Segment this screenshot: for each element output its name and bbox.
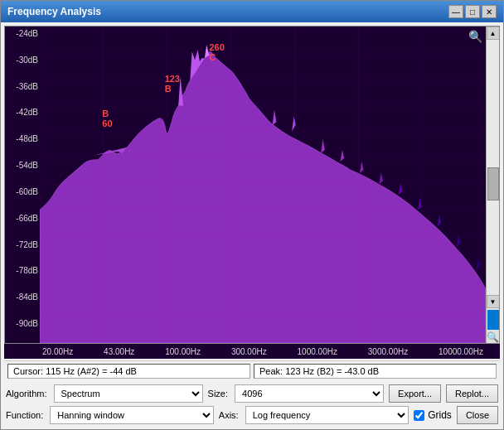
peak-status: Peak: 123 Hz (B2) = -43.0 dB — [254, 364, 497, 379]
zoom-in-icon[interactable]: 🔍 — [468, 30, 482, 43]
grids-control: Grids — [414, 409, 452, 421]
y-axis: -24dB -30dB -36dB -42dB -48dB -54dB -60d… — [5, 27, 40, 343]
scroll-up-button[interactable]: ▲ — [487, 27, 500, 40]
x-label-4: 1000.00Hz — [298, 347, 337, 356]
window-controls: — □ ✕ — [448, 5, 497, 18]
minimize-button[interactable]: — — [448, 5, 463, 18]
x-axis: 20.00Hz 43.00Hz 100.00Hz 300.00Hz 1000.0… — [4, 344, 500, 359]
peak-value: 123 Hz (B2) = -43.0 dB — [285, 366, 379, 376]
y-label-0: -24dB — [7, 30, 38, 38]
y-label-11: -90dB — [7, 320, 38, 328]
y-label-8: -72dB — [7, 241, 38, 249]
y-label-2: -36dB — [7, 83, 38, 91]
algorithm-label: Algorithm: — [6, 389, 49, 399]
y-label-9: -78dB — [7, 267, 38, 275]
chart-canvas[interactable]: 260 C 123 B B 60 🔍 — [40, 27, 486, 343]
function-select[interactable]: Rectangular Bartlett Hamming Hanning win… — [50, 406, 214, 424]
scroll-indicator — [487, 310, 499, 330]
size-select[interactable]: 256 512 1024 2048 4096 8192 — [235, 384, 384, 403]
scroll-down-button[interactable]: ▼ — [487, 295, 500, 308]
peak-label: Peak: — [259, 366, 283, 376]
frequency-analysis-window: Frequency Analysis — □ ✕ -24dB -30dB -36… — [0, 0, 504, 430]
size-label: Size: — [208, 389, 230, 399]
axis-select[interactable]: Linear frequency Log frequency Linear pi… — [245, 406, 410, 424]
scroll-thumb[interactable] — [487, 167, 499, 201]
y-label-6: -60dB — [7, 188, 38, 196]
window-title: Frequency Analysis — [7, 6, 101, 17]
y-label-10: -84dB — [7, 293, 38, 302]
y-label-7: -66dB — [7, 215, 38, 223]
x-axis-labels: 20.00Hz 43.00Hz 100.00Hz 300.00Hz 1000.0… — [39, 344, 487, 359]
close-button[interactable]: Close — [457, 406, 498, 424]
x-label-0: 20.00Hz — [42, 347, 73, 356]
maximize-button[interactable]: □ — [465, 5, 480, 18]
function-label: Function: — [6, 410, 45, 420]
y-label-5: -54dB — [7, 162, 38, 170]
x-label-2: 100.00Hz — [165, 347, 201, 356]
vertical-scrollbar[interactable]: ▲ ▼ 🔍 — [486, 27, 499, 343]
cursor-value: 115 Hz (A#2) = -44 dB — [46, 366, 137, 376]
algorithm-select[interactable]: Spectrum Autocorrelation Cepstrum — [54, 384, 203, 403]
x-label-6: 10000.00Hz — [439, 347, 483, 356]
close-button[interactable]: ✕ — [482, 5, 497, 18]
grids-label: Grids — [428, 409, 452, 421]
y-label-3: -42dB — [7, 109, 38, 117]
zoom-out-icon[interactable]: 🔍 — [487, 331, 499, 343]
y-label-1: -30dB — [7, 56, 38, 65]
main-content: -24dB -30dB -36dB -42dB -48dB -54dB -60d… — [1, 22, 503, 429]
status-bar: Cursor: 115 Hz (A#2) = -44 dB Peak: 123 … — [4, 360, 500, 381]
grids-checkbox[interactable] — [414, 410, 424, 421]
x-label-3: 300.00Hz — [231, 347, 267, 356]
y-label-4: -48dB — [7, 135, 38, 143]
x-label-1: 43.00Hz — [104, 347, 134, 356]
export-button[interactable]: Export... — [389, 384, 441, 403]
title-bar: Frequency Analysis — □ ✕ — [1, 1, 503, 22]
chart-area[interactable]: -24dB -30dB -36dB -42dB -48dB -54dB -60d… — [4, 26, 500, 344]
cursor-label: Cursor: — [13, 366, 43, 376]
axis-label: Axis: — [219, 410, 240, 420]
x-label-5: 3000.00Hz — [368, 347, 408, 356]
cursor-status: Cursor: 115 Hz (A#2) = -44 dB — [7, 364, 250, 379]
replot-button[interactable]: Replot... — [446, 384, 498, 403]
scroll-track[interactable] — [487, 40, 499, 295]
